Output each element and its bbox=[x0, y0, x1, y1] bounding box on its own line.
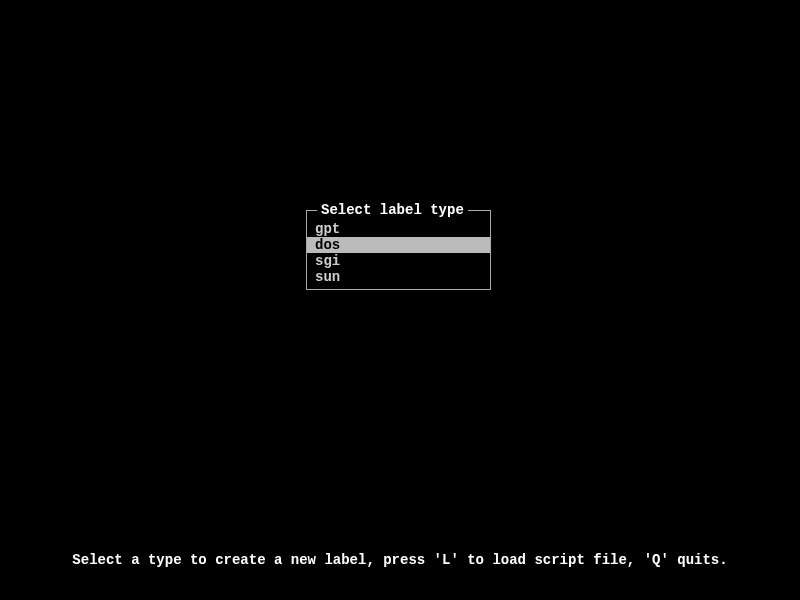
options-list: gpt dos sgi sun bbox=[307, 211, 490, 289]
status-bar: Select a type to create a new label, pre… bbox=[0, 552, 800, 568]
option-gpt[interactable]: gpt bbox=[307, 221, 490, 237]
dialog-title: Select label type bbox=[321, 202, 464, 218]
select-label-type-dialog: Select label type gpt dos sgi sun bbox=[306, 210, 491, 290]
dialog-title-wrap: Select label type bbox=[317, 202, 468, 218]
option-dos[interactable]: dos bbox=[307, 237, 490, 253]
option-sun[interactable]: sun bbox=[307, 269, 490, 285]
option-sgi[interactable]: sgi bbox=[307, 253, 490, 269]
